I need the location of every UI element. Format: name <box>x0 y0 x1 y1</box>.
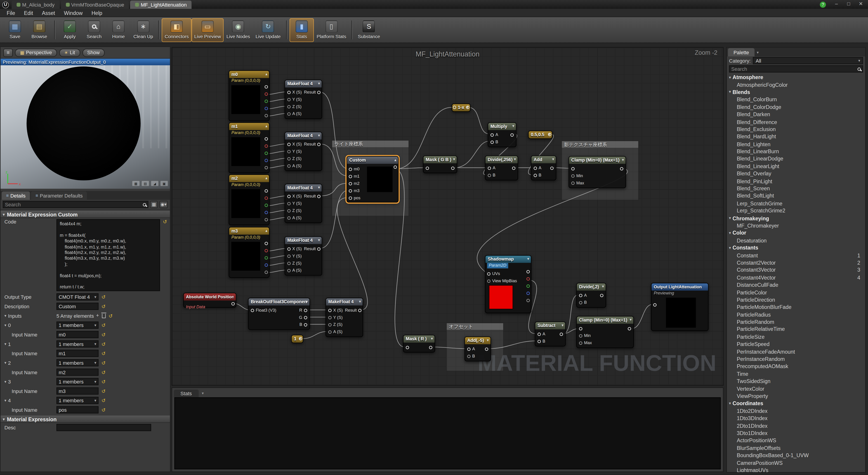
pin[interactable] <box>488 166 491 170</box>
pin[interactable] <box>317 247 321 250</box>
graph-canvas[interactable]: MF_LightAttenuation Zoom -2 ライト座標系影テクスチャ… <box>172 47 723 386</box>
pin[interactable] <box>317 195 321 198</box>
reset-output-type-button[interactable]: ↺ <box>101 294 106 299</box>
pin[interactable] <box>287 261 291 265</box>
pin[interactable] <box>265 211 268 214</box>
reset-button[interactable]: ↺ <box>101 379 106 384</box>
collapse-caret-icon[interactable]: ▾ <box>318 81 320 86</box>
pin[interactable] <box>287 202 291 205</box>
pin[interactable] <box>628 327 631 330</box>
collapse-caret-icon[interactable]: ▾ <box>602 285 604 289</box>
collapse-caret-icon[interactable]: ▾ <box>487 338 489 343</box>
pin[interactable] <box>510 133 514 136</box>
pin[interactable] <box>429 346 432 349</box>
toolbar-button-live-update[interactable]: ↻Live Update <box>253 18 283 42</box>
reset-button[interactable]: ↺ <box>101 322 106 328</box>
pin[interactable] <box>600 293 603 297</box>
palette-item[interactable]: ParticleDirection <box>727 296 865 304</box>
node-mask-r[interactable]: Mask ( R )▾ <box>403 335 435 352</box>
members-dropdown[interactable]: 1 members▾ <box>57 378 98 385</box>
pin[interactable] <box>265 85 268 89</box>
pin[interactable] <box>426 166 429 170</box>
pin[interactable] <box>467 347 471 351</box>
pin[interactable] <box>491 133 494 136</box>
node-breakout-float3-components[interactable]: BreakOutFloat3Components▾Float3 (V3)RGB <box>248 298 310 330</box>
palette-item[interactable]: Constant3Vector3 <box>727 266 865 274</box>
palette-item[interactable]: CameraPositionWS <box>727 459 865 467</box>
pin[interactable] <box>265 114 268 117</box>
pin[interactable] <box>571 181 575 185</box>
pin[interactable] <box>287 164 291 167</box>
collapse-caret-icon[interactable]: ▾ <box>630 318 632 322</box>
collapse-caret-icon[interactable]: ▾ <box>561 323 563 328</box>
pin[interactable] <box>287 112 291 116</box>
maximize-button[interactable]: □ <box>842 0 855 9</box>
expand-caret-icon[interactable]: ▾ <box>4 342 6 346</box>
palette-item[interactable]: Constant4Vector4 <box>727 274 865 281</box>
input-name-field[interactable]: m1 <box>57 350 98 357</box>
pin[interactable] <box>265 100 268 103</box>
toolbar-button-apply[interactable]: ✓Apply <box>58 18 82 42</box>
pin[interactable] <box>453 106 456 109</box>
pin[interactable] <box>265 242 268 245</box>
members-dropdown[interactable]: 1 members▾ <box>57 397 98 404</box>
pin[interactable] <box>265 249 268 252</box>
viewport-corner-button[interactable]: ◢ <box>151 180 159 186</box>
toolbar-button-home[interactable]: ⌂Home <box>106 18 131 42</box>
pin[interactable] <box>487 272 491 276</box>
preview-viewport[interactable]: z x ▦ ▤ ◢ ▣ <box>0 65 170 189</box>
collapse-caret-icon[interactable]: ▾ <box>431 337 433 341</box>
expand-caret-icon[interactable]: ▾ <box>4 398 6 403</box>
pin[interactable] <box>265 263 268 267</box>
palette-item[interactable]: Blend_Overlay <box>727 170 865 178</box>
input-name-field[interactable]: m2 <box>57 369 98 376</box>
pin[interactable] <box>299 337 302 340</box>
pin[interactable] <box>491 140 494 144</box>
pin[interactable] <box>571 174 575 178</box>
tab-details[interactable]: ≡Details <box>2 191 30 200</box>
perspective-button[interactable]: ▦Perspective <box>15 49 57 57</box>
pin[interactable] <box>265 107 268 110</box>
pin[interactable] <box>526 292 530 295</box>
palette-item[interactable]: Blend_ColorBurn <box>727 96 865 103</box>
collapse-caret-icon[interactable]: ▾ <box>527 257 529 261</box>
palette-search-input[interactable]: Search <box>729 65 863 72</box>
pin[interactable] <box>579 341 583 345</box>
node-makefloat4-c[interactable]: MakeFloat 4▾X (S)ResultY (S)Z (S)A (S) <box>285 184 322 223</box>
pin[interactable] <box>550 166 554 170</box>
collapse-caret-icon[interactable]: ▾ <box>552 157 554 162</box>
node-makefloat4-a[interactable]: MakeFloat 4▾X (S)ResultY (S)Z (S)A (S) <box>285 80 322 119</box>
pin[interactable] <box>328 323 332 326</box>
pin[interactable] <box>328 309 332 312</box>
pin[interactable] <box>349 175 352 178</box>
pin[interactable] <box>526 299 530 302</box>
collapse-caret-icon[interactable]: ▴ <box>395 158 397 162</box>
pin[interactable] <box>304 316 307 319</box>
collapse-caret-icon[interactable]: ▾ <box>359 299 361 304</box>
pin[interactable] <box>560 332 563 336</box>
desc-field[interactable] <box>57 424 151 431</box>
category-dropdown[interactable]: All ▾ <box>753 57 863 64</box>
pin[interactable] <box>287 90 291 94</box>
collapse-caret-icon[interactable]: ▾ <box>318 133 320 138</box>
palette-item[interactable]: Blend_Screen <box>727 185 865 192</box>
view-options-button[interactable]: ◉▾ <box>159 201 168 208</box>
pin[interactable] <box>537 332 541 336</box>
menu-help[interactable]: Help <box>87 10 107 16</box>
pin[interactable] <box>231 302 235 306</box>
pin[interactable] <box>466 106 469 109</box>
pin[interactable] <box>349 182 352 185</box>
palette-item[interactable]: PerInstanceFadeAmount <box>727 348 865 355</box>
palette-item[interactable]: Blend_LinearDodge <box>727 155 865 162</box>
pin[interactable] <box>406 346 409 349</box>
collapse-caret-icon[interactable]: ▴ <box>266 176 268 181</box>
input-name-field[interactable]: m0 <box>57 331 98 338</box>
pin[interactable] <box>526 270 530 274</box>
palette-item[interactable]: Desaturation <box>727 236 865 244</box>
reset-description-button[interactable]: ↺ <box>101 304 106 309</box>
pin[interactable] <box>265 271 268 274</box>
palette-category-coordinates[interactable]: ▾Coordinates <box>727 400 865 407</box>
reset-button[interactable]: ↺ <box>101 370 106 375</box>
pin[interactable] <box>620 167 623 170</box>
viewport-corner-button[interactable]: ▤ <box>141 180 149 186</box>
